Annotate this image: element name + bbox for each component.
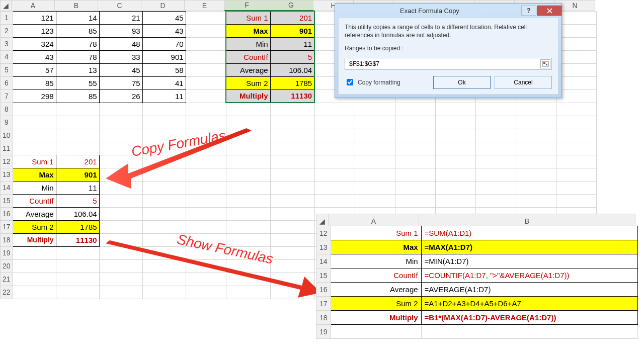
inset-row-header[interactable]: 19	[316, 325, 331, 339]
cell[interactable]	[142, 194, 186, 207]
cell[interactable]	[556, 181, 596, 194]
range-field[interactable]	[345, 58, 552, 70]
cell[interactable]	[556, 89, 596, 103]
cell[interactable]	[186, 24, 226, 37]
cell[interactable]: Multiply	[226, 89, 270, 103]
copy-formatting-input[interactable]	[347, 79, 353, 85]
inset-body[interactable]: 12Sum 1=SUM(A1:D1)13Max=MAX(A1:D7)14Min=…	[316, 226, 638, 339]
cell[interactable]	[355, 155, 395, 168]
cell[interactable]	[56, 116, 99, 129]
inset-formula-cell[interactable]: =A1+D2+A3+D4+A5+D6+A7	[421, 297, 637, 311]
dialog-titlebar[interactable]: Exact Formula Copy ?	[335, 4, 561, 18]
cell[interactable]	[13, 286, 56, 299]
cell[interactable]	[475, 155, 516, 168]
inset-row-header[interactable]: 15	[316, 268, 331, 283]
row-header[interactable]: 8	[1, 103, 13, 116]
cell[interactable]	[355, 142, 395, 155]
cell[interactable]	[13, 259, 56, 273]
cell[interactable]	[516, 129, 556, 142]
cell[interactable]	[475, 168, 516, 181]
cell[interactable]	[56, 259, 99, 273]
cell[interactable]	[142, 286, 186, 299]
cell[interactable]: 201	[56, 155, 99, 168]
cell[interactable]: 21	[99, 11, 142, 24]
cell[interactable]	[355, 103, 395, 116]
cell[interactable]	[56, 103, 99, 116]
cell[interactable]	[186, 11, 226, 24]
cell[interactable]	[475, 142, 516, 155]
cell[interactable]	[556, 129, 596, 142]
cell[interactable]	[56, 273, 99, 286]
cell[interactable]: 75	[99, 76, 142, 89]
cell[interactable]	[355, 116, 395, 129]
cell[interactable]	[186, 286, 226, 299]
cell[interactable]	[556, 11, 596, 24]
cell[interactable]: 123	[13, 24, 56, 37]
cell[interactable]: 85	[13, 76, 56, 89]
cell[interactable]	[186, 181, 226, 194]
cell[interactable]: Average	[226, 63, 270, 76]
cell[interactable]	[556, 142, 596, 155]
row-header[interactable]: 14	[1, 181, 13, 194]
inset-formula-cell[interactable]: =B1*(MAX(A1:D7)-AVERAGE(A1:D7))	[421, 311, 637, 325]
row-header[interactable]: 12	[1, 155, 13, 168]
cell[interactable]: Sum 1	[226, 11, 270, 24]
cell[interactable]	[13, 116, 56, 129]
cell[interactable]: Sum 1	[13, 155, 56, 168]
cell[interactable]	[226, 168, 270, 181]
cell[interactable]	[270, 286, 314, 299]
cell[interactable]: 85	[56, 89, 99, 103]
cell[interactable]	[186, 103, 226, 116]
cell[interactable]: 5	[56, 194, 99, 207]
cell[interactable]	[516, 155, 556, 168]
cell[interactable]	[435, 129, 475, 142]
cell[interactable]	[270, 181, 314, 194]
cell[interactable]	[142, 207, 186, 220]
row-header[interactable]: 18	[1, 233, 13, 246]
cell[interactable]	[435, 168, 475, 181]
cell[interactable]	[395, 116, 435, 129]
inset-cell[interactable]	[421, 325, 637, 339]
close-button[interactable]	[537, 6, 561, 16]
cell[interactable]	[13, 103, 56, 116]
cell[interactable]	[314, 168, 355, 181]
cell[interactable]	[516, 194, 556, 207]
cell[interactable]: 11	[270, 37, 314, 50]
inset-row-header[interactable]: 17	[316, 297, 331, 311]
row-header[interactable]: 21	[1, 273, 13, 286]
inset-formula-cell[interactable]: =SUM(A1:D1)	[421, 226, 637, 240]
cell[interactable]	[475, 181, 516, 194]
copy-formatting-checkbox[interactable]: Copy formatting	[345, 77, 429, 87]
cell[interactable]: 5	[270, 50, 314, 63]
cell[interactable]: 57	[13, 63, 56, 76]
cell[interactable]	[516, 142, 556, 155]
cell[interactable]: 11130	[270, 89, 314, 103]
cell[interactable]	[13, 246, 56, 259]
inset-cell[interactable]	[331, 325, 421, 339]
cell[interactable]: 901	[56, 168, 99, 181]
cell[interactable]: 26	[99, 89, 142, 103]
cell[interactable]	[435, 116, 475, 129]
cell[interactable]	[270, 220, 314, 233]
col-header-d[interactable]: D	[141, 1, 185, 11]
cell[interactable]: 58	[142, 63, 186, 76]
cell[interactable]: 48	[99, 37, 142, 50]
cell[interactable]	[226, 207, 270, 220]
cell[interactable]	[556, 103, 596, 116]
cell[interactable]	[226, 181, 270, 194]
inset-row-header[interactable]: 16	[316, 283, 331, 297]
cell[interactable]	[355, 168, 395, 181]
inset-label-cell[interactable]: Min	[331, 254, 421, 268]
cell[interactable]	[395, 168, 435, 181]
cell[interactable]	[475, 129, 516, 142]
cell[interactable]	[516, 168, 556, 181]
cell[interactable]	[226, 194, 270, 207]
cell[interactable]	[13, 129, 56, 142]
cell[interactable]	[355, 194, 395, 207]
row-header[interactable]: 5	[1, 63, 13, 76]
cell[interactable]: 11	[142, 89, 186, 103]
col-header-e[interactable]: E	[185, 1, 225, 11]
cell[interactable]	[226, 142, 270, 155]
cell[interactable]: 85	[56, 24, 99, 37]
cell[interactable]	[186, 220, 226, 233]
